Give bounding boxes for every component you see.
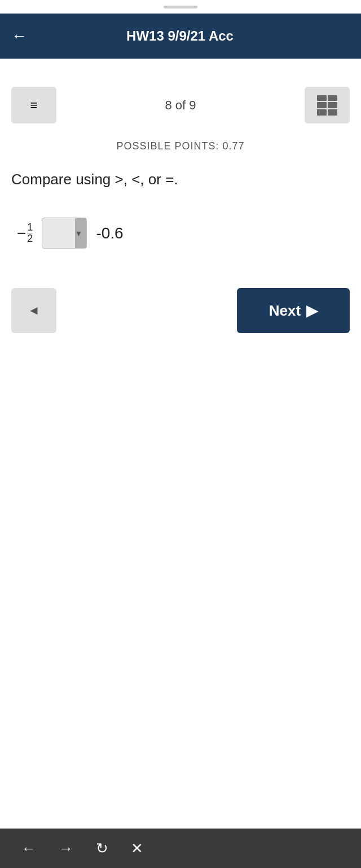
fraction-numerator: 1 <box>27 222 33 233</box>
browser-close-button[interactable]: ✕ <box>126 838 148 860</box>
header: ← HW13 9/9/21 Acc <box>0 14 361 59</box>
browser-forward-button[interactable]: → <box>54 838 78 860</box>
calculator-icon <box>317 95 337 116</box>
prev-button[interactable]: ◄ <box>11 288 56 333</box>
drag-handle-bar <box>164 6 197 8</box>
menu-button[interactable]: ≡ <box>11 87 56 123</box>
fraction-label: − 1 2 <box>17 222 33 245</box>
drag-handle <box>0 0 361 14</box>
toolbar-row: ≡ 8 of 9 <box>11 87 350 123</box>
progress-label: 8 of 9 <box>165 98 196 113</box>
nav-row: ◄ Next ▶ <box>11 288 350 333</box>
next-icon: ▶ <box>306 302 318 320</box>
main-content: ≡ 8 of 9 POSSIBLE POINTS: 0.77 Compare u… <box>0 59 361 829</box>
points-label: POSSIBLE POINTS: 0.77 <box>11 140 350 152</box>
browser-refresh-button[interactable]: ↻ <box>91 838 113 860</box>
browser-back-button[interactable]: ← <box>17 838 41 860</box>
negative-sign: − <box>17 224 26 242</box>
fraction-denominator: 2 <box>27 233 33 245</box>
back-button[interactable]: ← <box>11 28 33 44</box>
comparison-dropdown-wrapper: > < = ▼ <box>42 218 87 249</box>
answer-row: − 1 2 > < = ▼ -0.6 <box>17 218 350 249</box>
next-label: Next <box>269 302 301 320</box>
bottom-bar: ← → ↻ ✕ <box>0 829 361 868</box>
comparison-dropdown[interactable]: > < = <box>42 218 87 249</box>
question-instruction: Compare using >, <, or =. <box>11 169 350 189</box>
menu-icon: ≡ <box>30 98 38 113</box>
calculator-button[interactable] <box>305 87 350 123</box>
next-button[interactable]: Next ▶ <box>237 288 350 333</box>
right-value: -0.6 <box>96 224 123 242</box>
page-title: HW13 9/9/21 Acc <box>33 28 327 44</box>
fraction: 1 2 <box>27 222 33 245</box>
